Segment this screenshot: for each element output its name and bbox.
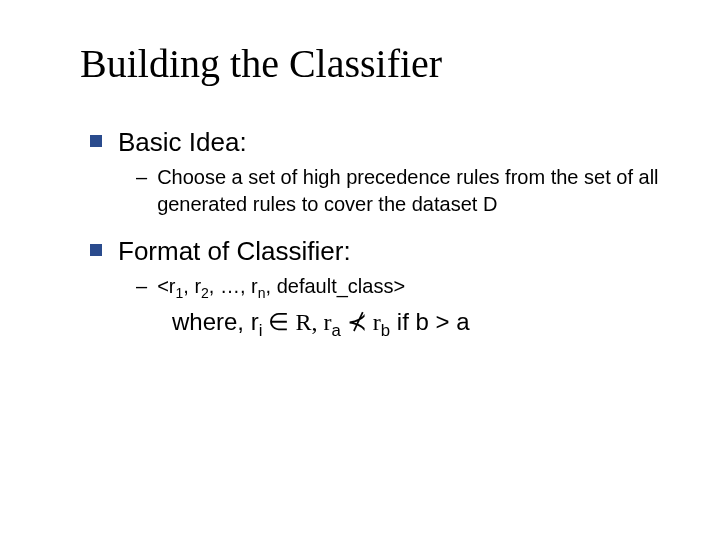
slide-title: Building the Classifier [80, 40, 660, 87]
bullet-label: Basic Idea: [118, 127, 247, 158]
sub-bullet-choose-rules: – Choose a set of high precedence rules … [136, 164, 660, 218]
slide: Building the Classifier Basic Idea: – Ch… [0, 0, 720, 540]
subscript: a [331, 321, 340, 340]
precedence-symbol: ⊀ r [341, 309, 381, 335]
subscript: n [258, 285, 266, 301]
subscript: b [381, 321, 390, 340]
subscript: 2 [201, 285, 209, 301]
text-fragment: <r [157, 275, 175, 297]
sub-bullet-text: Choose a set of high precedence rules fr… [157, 164, 660, 218]
where-clause: where, ri ∈ R, ra ⊀ rb if b > a [172, 306, 660, 338]
dash-icon: – [136, 273, 147, 300]
square-bullet-icon [90, 135, 102, 147]
text-fragment: , default_class> [266, 275, 406, 297]
text-fragment: where, r [172, 308, 259, 335]
text-fragment: , r [183, 275, 201, 297]
text-fragment: if b > a [390, 308, 469, 335]
sub-bullet-classifier-tuple: – <r1, r2, …, rn, default_class> [136, 273, 660, 300]
bullet-label: Format of Classifier: [118, 236, 351, 267]
bullet-basic-idea: Basic Idea: [90, 127, 660, 158]
square-bullet-icon [90, 244, 102, 256]
dash-icon: – [136, 164, 147, 218]
sub-bullet-text: <r1, r2, …, rn, default_class> [157, 273, 660, 300]
bullet-format-classifier: Format of Classifier: [90, 236, 660, 267]
element-of-symbol: ∈ R, r [262, 309, 331, 335]
text-fragment: , …, r [209, 275, 258, 297]
